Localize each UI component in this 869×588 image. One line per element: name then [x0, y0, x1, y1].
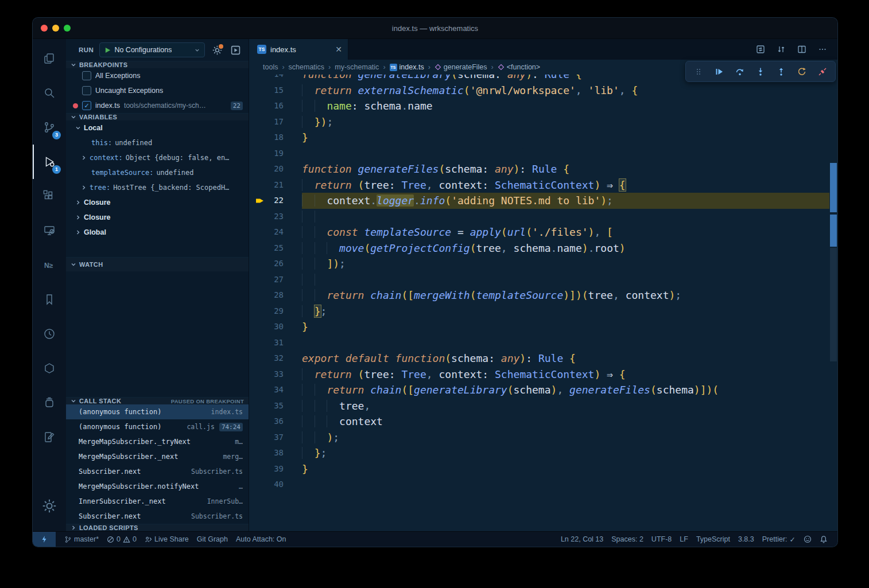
call-stack-frame[interactable]: Subscriber.nextSubscriber.ts	[66, 509, 249, 524]
manage-button[interactable]	[33, 489, 66, 531]
line-number[interactable]: 35	[249, 398, 302, 414]
code-line[interactable]: 19	[249, 146, 829, 162]
variable-scope-row[interactable]: Local	[66, 120, 249, 135]
variable-scope-row[interactable]: Closure	[66, 195, 249, 210]
prettier-status[interactable]: Prettier:✓	[758, 532, 800, 547]
breadcrumb-item[interactable]: schematics	[289, 63, 325, 71]
restart-button[interactable]	[794, 64, 809, 79]
sidebar-item-extensions[interactable]	[33, 179, 66, 213]
open-run-panel-button[interactable]	[229, 44, 242, 56]
notifications-button[interactable]	[816, 532, 832, 547]
code-line[interactable]: 40	[249, 477, 829, 493]
line-number[interactable]: 17	[249, 114, 302, 130]
line-content[interactable]: return (tree: Tree, context: SchematicCo…	[302, 367, 829, 383]
variable-row[interactable]: tree:HostTree {_backend: ScopedH…	[66, 180, 249, 195]
line-content[interactable]: }	[302, 319, 829, 335]
line-number[interactable]: 38	[249, 445, 302, 461]
call-stack-frame[interactable]: InnerSubscriber._nextInnerSub…	[66, 494, 249, 509]
line-gutter[interactable]: 15	[249, 83, 302, 99]
checkbox[interactable]	[82, 71, 91, 80]
code-line[interactable]: 21 return (tree: Tree, context: Schemati…	[249, 177, 829, 193]
line-gutter[interactable]: 14	[249, 75, 302, 83]
line-content[interactable]: });	[302, 114, 829, 130]
launch-configuration-dropdown[interactable]: No Configurations	[99, 42, 205, 57]
line-content[interactable]	[302, 209, 829, 225]
line-number[interactable]: 21	[249, 177, 302, 193]
continue-button[interactable]	[712, 64, 727, 79]
code-line[interactable]: 25 move(getProjectConfig(tree, schema.na…	[249, 240, 829, 256]
sidebar-item-remote-explorer[interactable]	[33, 213, 66, 248]
line-content[interactable]: tree,	[302, 398, 829, 414]
code-line[interactable]: 30}	[249, 319, 829, 335]
live-share-status[interactable]: Live Share	[141, 532, 193, 547]
line-content[interactable]: move(getProjectConfig(tree, schema.name)…	[302, 240, 829, 256]
split-editor-icon[interactable]	[797, 45, 806, 54]
line-gutter[interactable]: 32	[249, 351, 302, 367]
line-gutter[interactable]: 29	[249, 303, 302, 320]
code-line[interactable]: 26 ]);	[249, 256, 829, 272]
sidebar-item-edit-extension[interactable]	[33, 420, 66, 454]
line-content[interactable]: context	[302, 414, 829, 430]
sidebar-item-hexagon-extension[interactable]	[33, 351, 66, 385]
compare-changes-icon[interactable]	[777, 45, 786, 54]
line-number[interactable]: 16	[249, 98, 302, 114]
code-line[interactable]: 24 const templateSource = apply(url('./f…	[249, 224, 829, 240]
line-number[interactable]: 36	[249, 414, 302, 430]
line-number[interactable]: 20	[249, 161, 302, 177]
call-stack-frame[interactable]: MergeMapSubscriber._tryNextm…	[66, 434, 249, 449]
open-changes-icon[interactable]	[756, 45, 765, 54]
variable-row[interactable]: this:undefined	[66, 135, 249, 150]
watch-header[interactable]: WATCH	[66, 257, 249, 271]
code-line[interactable]: 39}	[249, 461, 829, 477]
line-number[interactable]: 34	[249, 382, 302, 398]
line-number[interactable]: 23	[249, 209, 302, 225]
variable-scope-row[interactable]: Closure	[66, 210, 249, 225]
code-line[interactable]: 32export default function(schema: any): …	[249, 351, 829, 367]
language-mode-status[interactable]: TypeScript	[692, 532, 734, 547]
line-gutter[interactable]: 34	[249, 382, 302, 398]
line-number[interactable]: 25	[249, 240, 302, 256]
line-content[interactable]	[302, 146, 829, 162]
line-number[interactable]: 33	[249, 367, 302, 383]
line-number[interactable]: 14	[249, 75, 302, 83]
breadcrumb-item[interactable]: tools	[263, 63, 278, 71]
step-into-button[interactable]	[753, 64, 768, 79]
line-gutter[interactable]: 25	[249, 240, 302, 256]
code-line[interactable]: 17 });	[249, 114, 829, 130]
variables-header[interactable]: VARIABLES	[66, 113, 249, 120]
step-over-button[interactable]	[732, 64, 747, 79]
line-gutter[interactable]: 18	[249, 130, 302, 146]
disconnect-button[interactable]	[815, 64, 830, 79]
code-line[interactable]: 20function generateFiles(schema: any): R…	[249, 161, 829, 177]
encoding-status[interactable]: UTF-8	[647, 532, 676, 547]
eol-status[interactable]: LF	[676, 532, 692, 547]
line-content[interactable]: }	[302, 461, 829, 477]
checkbox[interactable]: ✓	[82, 101, 91, 110]
line-content[interactable]	[302, 477, 829, 493]
line-content[interactable]: name: schema.name	[302, 98, 829, 114]
code-line[interactable]: 16 name: schema.name	[249, 98, 829, 114]
tab-index-ts[interactable]: TS index.ts ✕	[249, 39, 348, 60]
code-line[interactable]: 31	[249, 335, 829, 351]
line-gutter[interactable]: 27	[249, 272, 302, 288]
line-number[interactable]: 29	[249, 303, 302, 320]
call-stack-header[interactable]: CALL STACK PAUSED ON BREAKPOINT	[66, 397, 249, 404]
code-line[interactable]: 22 context.logger.info('adding NOTES.md …	[249, 193, 829, 209]
variable-row[interactable]: templateSource:undefined	[66, 165, 249, 180]
line-number[interactable]: 31	[249, 335, 302, 351]
breakpoint-row[interactable]: Uncaught Exceptions	[66, 83, 249, 98]
line-number[interactable]: 26	[249, 256, 302, 272]
call-stack-frame[interactable]: Subscriber.nextSubscriber.ts	[66, 464, 249, 479]
line-gutter[interactable]: 23	[249, 209, 302, 225]
scrollbar-thumb[interactable]	[830, 248, 837, 361]
remote-indicator[interactable]	[33, 532, 56, 547]
line-number[interactable]: 19	[249, 146, 302, 162]
code-line[interactable]: 35 tree,	[249, 398, 829, 414]
line-content[interactable]: };	[302, 445, 829, 461]
line-gutter[interactable]: 19	[249, 146, 302, 162]
sidebar-item-nx-console[interactable]: N≥	[33, 248, 66, 282]
debug-settings-button[interactable]	[211, 44, 223, 56]
line-content[interactable]: return externalSchematic('@nrwl/workspac…	[302, 83, 829, 99]
sidebar-item-search[interactable]	[33, 76, 66, 110]
line-number[interactable]: 37	[249, 430, 302, 446]
